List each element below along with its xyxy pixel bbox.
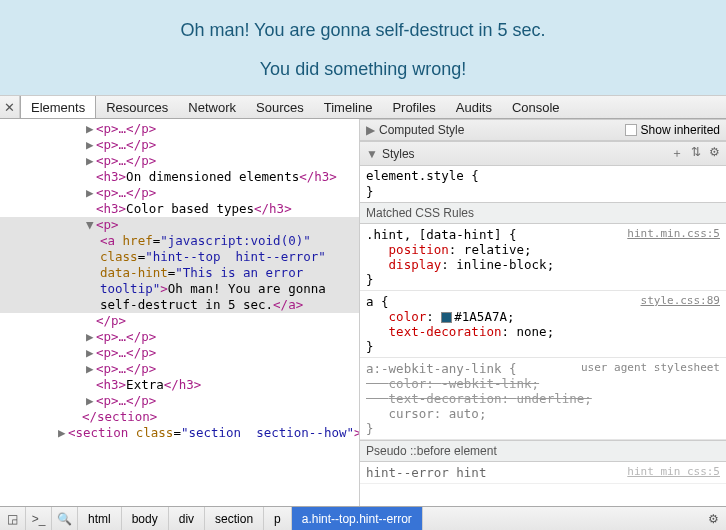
css-prop: cursor (389, 406, 434, 421)
banner-line2: You did something wrong! (0, 59, 726, 80)
styles-section[interactable]: ▼ Styles ＋ ⇅ ⚙ (360, 141, 726, 166)
show-inherited-label: Show inherited (641, 123, 720, 137)
css-val[interactable]: none; (517, 324, 555, 339)
dom-node[interactable]: </section> (0, 409, 359, 425)
brace-close: } (366, 339, 720, 354)
source-link[interactable]: style.css:89 (641, 294, 720, 307)
css-prop: text-decoration (389, 391, 502, 406)
breadcrumb-a[interactable]: a.hint--top.hint--error (292, 507, 423, 530)
css-prop: color (389, 376, 427, 391)
banner-line1: Oh man! You are gonna self-destruct in 5… (0, 20, 726, 41)
breadcrumb-body[interactable]: body (122, 507, 169, 530)
css-val: -webkit-link; (441, 376, 539, 391)
breadcrumb-div[interactable]: div (169, 507, 205, 530)
dom-node[interactable]: <h3>On dimensioned elements</h3> (0, 169, 359, 185)
selector-text: element.style { (366, 168, 720, 184)
css-val: auto; (449, 406, 487, 421)
tab-console[interactable]: Console (502, 96, 570, 118)
css-rule[interactable]: hint.min.css:5 .hint, [data-hint] { posi… (360, 224, 726, 291)
css-val: underline; (517, 391, 592, 406)
disclosure-icon: ▶ (366, 123, 375, 137)
dom-node[interactable]: ▶<p>…</p> (0, 393, 359, 409)
css-prop[interactable]: color (389, 309, 427, 324)
page-banner: Oh man! You are gonna self-destruct in 5… (0, 0, 726, 95)
tab-profiles[interactable]: Profiles (382, 96, 445, 118)
computed-style-section[interactable]: ▶ Computed Style Show inherited (360, 119, 726, 141)
dom-node[interactable]: ▼<p> (0, 217, 359, 233)
toggle-element-state-icon[interactable]: ⇅ (691, 145, 701, 162)
brace-close: } (366, 421, 720, 436)
css-prop[interactable]: position (389, 242, 449, 257)
dom-node[interactable]: <h3>Color based types</h3> (0, 201, 359, 217)
brace-close: } (366, 184, 720, 200)
tab-timeline[interactable]: Timeline (314, 96, 383, 118)
ua-stylesheet-label: user agent stylesheet (581, 361, 720, 374)
element-style-block[interactable]: element.style { } (360, 166, 726, 202)
close-devtools-button[interactable]: ✕ (0, 96, 20, 118)
css-val[interactable]: inline-block; (456, 257, 554, 272)
css-rule-ua[interactable]: user agent stylesheet a:-webkit-any-link… (360, 358, 726, 440)
css-prop[interactable]: display (389, 257, 442, 272)
dock-icon[interactable]: ◲ (0, 507, 26, 530)
gear-icon[interactable]: ⚙ (709, 145, 720, 162)
css-rule[interactable]: hint min css:5 hint--error hint (360, 462, 726, 484)
disclosure-icon: ▼ (366, 147, 378, 161)
matched-css-rules-header: Matched CSS Rules (360, 202, 726, 224)
tab-resources[interactable]: Resources (96, 96, 178, 118)
elements-dom-tree[interactable]: ▶<p>…</p> ▶<p>…</p> ▶<p>…</p> <h3>On dim… (0, 119, 360, 506)
source-link[interactable]: hint min css:5 (627, 465, 720, 478)
settings-gear-icon[interactable]: ⚙ (700, 512, 726, 526)
color-swatch-icon[interactable] (441, 312, 452, 323)
source-link[interactable]: hint.min.css:5 (627, 227, 720, 240)
tab-elements[interactable]: Elements (20, 96, 96, 118)
breadcrumb-section[interactable]: section (205, 507, 264, 530)
dom-node[interactable]: </p> (0, 313, 359, 329)
css-val[interactable]: #1A5A7A; (454, 309, 514, 324)
css-prop[interactable]: text-decoration (389, 324, 502, 339)
brace-close: } (366, 272, 720, 287)
show-inherited-checkbox[interactable] (625, 124, 637, 136)
devtools-tabs: ✕ Elements Resources Network Sources Tim… (0, 95, 726, 119)
tab-sources[interactable]: Sources (246, 96, 314, 118)
devtools-main: ▶<p>…</p> ▶<p>…</p> ▶<p>…</p> <h3>On dim… (0, 119, 726, 506)
dom-node[interactable]: ▶<p>…</p> (0, 137, 359, 153)
new-style-rule-icon[interactable]: ＋ (671, 145, 683, 162)
dom-node[interactable]: ▶<p>…</p> (0, 153, 359, 169)
tab-audits[interactable]: Audits (446, 96, 502, 118)
devtools-footer: ◲ >_ 🔍 html body div section p a.hint--t… (0, 506, 726, 530)
dom-node[interactable]: ▶<p>…</p> (0, 185, 359, 201)
dom-node[interactable]: <h3>Extra</h3> (0, 377, 359, 393)
css-val[interactable]: relative; (464, 242, 532, 257)
css-rule[interactable]: style.css:89 a { color: #1A5A7A; text-de… (360, 291, 726, 358)
computed-style-title: Computed Style (379, 123, 625, 137)
breadcrumb-html[interactable]: html (78, 507, 122, 530)
tab-network[interactable]: Network (178, 96, 246, 118)
search-icon[interactable]: 🔍 (52, 507, 78, 530)
show-console-icon[interactable]: >_ (26, 507, 52, 530)
dom-node-selected[interactable]: <a href="javascript:void(0)" class="hint… (0, 233, 359, 313)
breadcrumb-p[interactable]: p (264, 507, 292, 530)
dom-node[interactable]: ▶<section class="section section--how">…… (0, 425, 359, 441)
dom-node[interactable]: ▶<p>…</p> (0, 329, 359, 345)
dom-node[interactable]: ▶<p>…</p> (0, 345, 359, 361)
pseudo-before-header: Pseudo ::before element (360, 440, 726, 462)
styles-panel: ▶ Computed Style Show inherited ▼ Styles… (360, 119, 726, 506)
dom-node[interactable]: ▶<p>…</p> (0, 361, 359, 377)
dom-node[interactable]: ▶<p>…</p> (0, 121, 359, 137)
styles-title: Styles (382, 147, 671, 161)
